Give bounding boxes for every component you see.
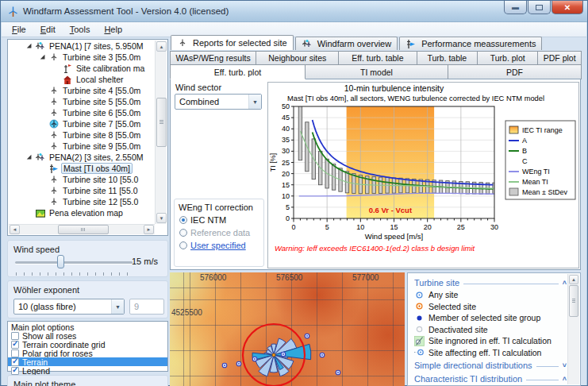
tree-item[interactable]: Mast [TI obs 40m] <box>9 163 155 174</box>
wind-speed-slider-thumb[interactable] <box>57 255 64 268</box>
menu-help[interactable]: Help <box>97 23 129 36</box>
ignored-site-icon <box>414 336 425 346</box>
turbine-icon <box>48 197 60 207</box>
plot-option-polar-grid-for-roses[interactable]: Polar grid for roses <box>8 349 167 358</box>
radio-user-specified[interactable]: User specified <box>179 241 246 250</box>
tree-item[interactable]: Turbine site 8 [55.0m <box>9 129 155 141</box>
tab-turb-table[interactable]: Turb. table <box>417 51 478 65</box>
tab-label: Windfarm overview <box>317 39 392 48</box>
chevron-down-icon[interactable]: ▼ <box>111 299 124 314</box>
expand-toggle-icon[interactable] <box>27 43 34 50</box>
svg-text:40: 40 <box>282 125 290 133</box>
svg-text:10-min turbulence intensity: 10-min turbulence intensity <box>344 83 444 93</box>
radio-reference-data[interactable]: Reference data <box>179 228 250 237</box>
scroll-down-icon[interactable]: ▼ <box>156 213 167 223</box>
legend-section-characteristic-ti-distribution[interactable]: Characteristic TI distribution˄ <box>414 372 567 385</box>
scroll-left-icon[interactable]: ◄ <box>10 225 20 234</box>
legend-section-simple-directional-distributions[interactable]: Simple directional distributions˅ <box>414 359 567 372</box>
windfarm-icon <box>35 41 46 52</box>
tab-pdf[interactable]: PDF <box>448 64 582 79</box>
affecting-site-icon <box>414 347 425 357</box>
expand-toggle-icon[interactable] <box>27 154 34 161</box>
tree-horizontal-scrollbar[interactable]: ◄ ► <box>9 224 155 234</box>
tree-item[interactable]: Turbine site 5 [55.0m <box>9 96 155 107</box>
tree-item[interactable]: Turbine site 4 [55.0m <box>9 85 155 96</box>
legend-section-turbine-site[interactable]: Turbine site˄ <box>414 276 567 289</box>
turbine-icon <box>48 130 60 141</box>
tab-reports-for-selected-site[interactable]: Reports for selected site <box>171 35 294 50</box>
svg-text:A: A <box>522 137 527 145</box>
chevron-down-icon[interactable]: ▼ <box>248 95 261 109</box>
tab-wasp-weng-results[interactable]: WAsP/WEng results <box>170 51 256 65</box>
tab-neighbour-sites[interactable]: Neighbour sites <box>256 51 339 65</box>
tree-item[interactable]: Turbine site 10 [55.0 <box>9 174 155 185</box>
plot-option-legend[interactable]: Legend <box>8 366 167 375</box>
tree-item[interactable]: Turbine site 12 [55.0 <box>9 196 155 207</box>
wohler-selected-value: 10 (glass fibre) <box>14 302 111 311</box>
wind-speed-slider[interactable] <box>15 261 133 264</box>
checkbox-icon[interactable] <box>11 367 19 375</box>
wohler-secondary-field[interactable]: 9 <box>129 299 164 315</box>
radio-icon[interactable] <box>179 229 187 237</box>
tree-item-label: Pena elevation map <box>48 208 125 218</box>
radio-iec-ntm[interactable]: IEC NTM <box>179 215 226 225</box>
tree-hscroll-thumb[interactable] <box>58 225 109 234</box>
svg-text:50: 50 <box>282 102 290 110</box>
tab-windfarm-overview[interactable]: Windfarm overview <box>295 37 398 50</box>
tree-vscroll-thumb[interactable] <box>156 98 167 147</box>
weng-ti-correction-label: WEng TI correction <box>179 203 253 212</box>
tree-item[interactable]: Turbine site 6 [55.0m <box>9 107 155 118</box>
tab-eff-turb-table[interactable]: Eff. turb. table <box>338 51 417 65</box>
wind-sector-select[interactable]: Combined ▼ <box>175 94 262 110</box>
checkbox-icon[interactable] <box>11 358 19 366</box>
radio-icon[interactable] <box>179 216 187 224</box>
scroll-up-icon[interactable]: ▲ <box>569 275 578 284</box>
tree-item[interactable]: Turbine site 3 [55.0m <box>9 52 155 63</box>
tab-ti-model[interactable]: TI model <box>305 64 448 79</box>
tab-eff-turb-plot[interactable]: Eff. turb. plot <box>170 64 306 79</box>
chevron-up-icon[interactable]: ˄ <box>563 279 567 287</box>
legend-item: Site affecting eff. TI calculation <box>414 347 567 359</box>
menu-edit[interactable]: Edit <box>33 23 63 36</box>
tree-item[interactable]: Turbine site 9 [55.0m <box>9 141 155 152</box>
plot-option-show-all-roses[interactable]: Show all roses <box>8 332 167 341</box>
tree-item-label: Local shelter <box>75 75 125 84</box>
tree-vertical-scrollbar[interactable]: ▲ ▼ <box>155 41 167 224</box>
turbine-icon <box>48 186 60 196</box>
tree-item[interactable]: Turbine site 11 [55.0 <box>9 185 155 196</box>
tree-item[interactable]: Site calibration ma <box>9 63 155 74</box>
tree-item[interactable]: Local shelter <box>9 74 155 85</box>
minimize-button[interactable]: ▬ <box>504 1 527 14</box>
tab-pdf-plot[interactable]: PDF plot <box>537 51 582 65</box>
checkbox-icon[interactable] <box>11 349 19 357</box>
plot-option-terrain-coordinate-grid[interactable]: Terrain coordinate grid <box>8 341 167 349</box>
tab-performance-meassurements[interactable]: Performance meassurements <box>399 37 542 50</box>
scroll-up-icon[interactable]: ▲ <box>156 41 167 52</box>
scroll-right-icon[interactable]: ► <box>144 225 154 234</box>
legend-scroll-thumb[interactable] <box>569 285 578 317</box>
menu-file[interactable]: File <box>5 23 33 36</box>
tab-turb-plot[interactable]: Turb. plot <box>477 51 538 65</box>
turbine-active-icon <box>48 119 60 129</box>
close-button[interactable]: ✕ <box>551 1 583 14</box>
tree-item[interactable]: PENA(2) [3 sites, 2.550M <box>9 152 155 163</box>
chevron-up-icon[interactable]: ˄ <box>563 375 567 383</box>
maximize-button[interactable] <box>528 1 551 14</box>
legend-item: Site ingnored in eff. TI calculation <box>414 335 567 347</box>
wohler-exponent-select[interactable]: 10 (glass fibre) ▼ <box>13 299 125 315</box>
tree-item[interactable]: Pena elevation map <box>9 207 155 218</box>
plot-option-terrain[interactable]: Terrain <box>8 357 167 366</box>
expand-toggle-icon[interactable] <box>40 54 48 61</box>
menu-tools[interactable]: Tools <box>63 23 98 36</box>
checkbox-icon[interactable] <box>11 341 19 349</box>
chevron-down-icon[interactable]: ˅ <box>563 361 567 369</box>
tree-item[interactable]: PENA(1) [7 sites, 5.950M <box>9 41 155 52</box>
checkbox-icon[interactable] <box>11 332 19 340</box>
legend-scrollbar[interactable]: ▲ <box>567 274 579 384</box>
legend-item-label: Site affecting eff. TI calculation <box>429 348 541 357</box>
divider <box>463 284 559 284</box>
radio-icon[interactable] <box>179 241 187 249</box>
svg-text:Mast [TI obs 40m], all sectors: Mast [TI obs 40m], all sectors, WENG tur… <box>287 95 544 102</box>
tree-item[interactable]: Turbine site 7 [55.0m <box>9 118 155 129</box>
terrain-map[interactable]: 5760005765005770004525500 <box>170 272 405 386</box>
